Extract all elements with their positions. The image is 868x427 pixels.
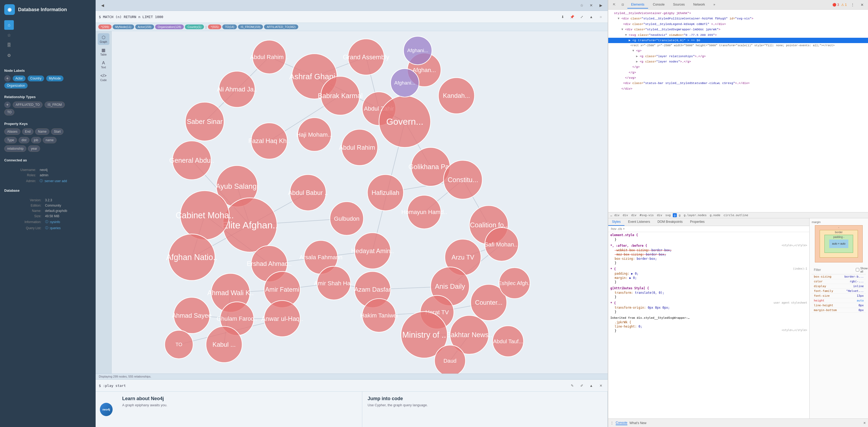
graph-node[interactable]: Eshjlec Afgh.. <box>498 267 531 298</box>
favorite-button[interactable]: ☆ <box>578 2 585 9</box>
admin-value[interactable]: ⓘ :server user add <box>38 178 91 184</box>
console-close-button[interactable]: ✕ <box>863 421 866 425</box>
graph-node[interactable]: Ahmad Sayee <box>172 297 212 334</box>
dom-line-10[interactable]: ▶ <g class="layer nodes">…</g> <box>608 59 868 64</box>
close-button[interactable]: ✕ <box>588 2 595 9</box>
collapse-button[interactable]: ▲ <box>588 13 595 21</box>
tag-affiliated-to[interactable]: AFFILIATED_TO <box>13 102 42 108</box>
close-query-button[interactable]: ○ <box>597 13 604 21</box>
graph-node[interactable]: Hedayat Amin.. <box>351 233 394 269</box>
whats-new-tab[interactable]: What's New <box>629 421 647 425</box>
console-tab[interactable]: Console <box>616 421 627 425</box>
computed-row-font-family[interactable]: font-family "Helvet... <box>812 289 866 293</box>
styles-tab-event-listeners[interactable]: Event Listeners <box>624 218 654 226</box>
show-all-label[interactable]: Show all <box>856 267 868 273</box>
tab-console[interactable]: Console <box>649 1 668 8</box>
tool-graph-button[interactable]: ⬡ Graph <box>98 33 110 45</box>
graph-node[interactable]: Haji Moham... <box>297 118 333 151</box>
dom-line-7[interactable]: <rect x="-2500" y="-2500" width="5000" h… <box>608 43 868 48</box>
badge-to[interactable]: TO(14) <box>222 25 237 29</box>
graph-node[interactable]: Afghani... <box>391 68 419 97</box>
tool-table-button[interactable]: ▦ Table <box>98 46 110 58</box>
computed-row-color[interactable]: color rgb(-... <box>812 279 866 284</box>
badge-affiliated-to[interactable]: AFFILIATED_TO(382) <box>264 25 298 29</box>
graph-node[interactable]: Fazal Haq Kh.. <box>248 123 290 159</box>
up-button[interactable]: ▲ <box>588 382 595 389</box>
graph-node[interactable]: Daud <box>435 345 466 374</box>
computed-filter-input[interactable] <box>814 268 854 272</box>
styles-tab-styles[interactable]: Styles <box>608 218 624 226</box>
graph-svg-container[interactable]: Saber SinarAli Ahmad Ja..Abdul Rahim ..A… <box>112 31 608 374</box>
edit2-button[interactable]: ✐ <box>578 382 585 389</box>
badge-mynode[interactable]: MyNode(11) <box>113 25 134 29</box>
graph-node[interactable]: Kandah... <box>438 78 474 114</box>
tag-aliases[interactable]: Aliases <box>4 129 21 135</box>
add-relationship-type-button[interactable]: + <box>4 102 11 108</box>
styles-filter-input[interactable] <box>610 227 807 231</box>
server-user-add-link[interactable]: ⓘ :server user add <box>39 179 90 183</box>
bottom-query-text[interactable]: $ :play start <box>99 384 568 388</box>
pin-button[interactable]: 📌 <box>568 13 576 21</box>
graph-node[interactable]: Grand Assembly <box>343 39 390 75</box>
dom-line-1[interactable]: styled__StyledVisContainer-gdJgSy jEhAhK… <box>608 11 868 16</box>
sidebar-nav-db[interactable]: 🗄 <box>4 40 14 50</box>
computed-row-margin-bottom[interactable]: margin-bottom 0px <box>812 308 866 313</box>
tag-name2[interactable]: name <box>43 137 57 143</box>
dom-line-9[interactable]: ▶ <g class="layer relationships">…</g> <box>608 54 868 59</box>
graph-visualization[interactable]: Saber SinarAli Ahmad Ja..Abdul Rahim ..A… <box>112 31 608 374</box>
play-button[interactable]: ▶ <box>597 2 604 9</box>
tag-job[interactable]: job <box>31 137 41 143</box>
tag-to[interactable]: TO <box>4 109 14 115</box>
dom-line-12[interactable]: </g> <box>608 70 868 75</box>
expand-button[interactable]: ⤢ <box>578 13 585 21</box>
sidebar-nav-star[interactable]: ☆ <box>4 30 14 40</box>
graph-node[interactable]: Govern... <box>379 96 431 147</box>
edit-button[interactable]: ✎ <box>568 382 576 389</box>
dom-line-15[interactable]: </div> <box>608 86 868 91</box>
breadcrumb-g2[interactable]: g <box>678 213 682 217</box>
queries-link[interactable]: ⓘ :queries <box>45 226 90 230</box>
graph-node[interactable]: Ali Ahmad Ja.. <box>217 71 257 107</box>
tag-relationship[interactable]: relationship <box>4 145 26 152</box>
computed-row-line-height[interactable]: line-height 0px <box>812 303 866 308</box>
graph-node[interactable]: Abdul Babur .. <box>288 175 328 211</box>
tool-code-button[interactable]: </> Code <box>98 72 110 83</box>
badge-organization[interactable]: Organization(128) <box>155 25 184 29</box>
badge-is-from[interactable]: IS_FROM(159) <box>238 25 263 29</box>
tag-end[interactable]: End <box>22 129 33 135</box>
graph-node[interactable]: Abdul Rahim .. <box>250 40 288 74</box>
download-button[interactable]: ⬇ <box>559 13 566 21</box>
graph-node[interactable]: Abdul Rahim .. <box>339 129 380 165</box>
breadcrumb-div3[interactable]: div <box>630 213 638 217</box>
graph-node[interactable]: Afghan Natio.. <box>166 234 218 281</box>
tag-year[interactable]: year <box>28 145 40 152</box>
tag-is-from[interactable]: IS_FROM <box>44 102 65 108</box>
tab-more[interactable]: » <box>710 1 719 8</box>
dom-line-11[interactable]: </g> <box>608 64 868 70</box>
devtools-undock-button[interactable]: ⇱ <box>610 1 618 8</box>
graph-node[interactable]: TO <box>165 330 193 359</box>
back-button[interactable]: ◀ <box>99 2 106 9</box>
graph-node[interactable]: Kabul ... <box>206 326 242 363</box>
breadcrumb-svg-vis[interactable]: #svg-vis <box>639 213 655 217</box>
sidebar-nav-home[interactable]: ⌂ <box>4 20 14 30</box>
nodes-layer[interactable]: Saber SinarAli Ahmad Ja..Abdul Rahim ..A… <box>165 36 531 374</box>
information-value[interactable]: ⓘ :sysinfo <box>44 219 91 225</box>
tab-network[interactable]: Network <box>689 1 709 8</box>
graph-node[interactable]: Gulbudon <box>330 202 363 235</box>
styles-tab-properties[interactable]: Properties <box>686 218 708 226</box>
query-text[interactable]: $ MATCH (n) RETURN n LIMIT 1000 <box>99 15 559 19</box>
add-node-label-button[interactable]: + <box>4 75 11 82</box>
tag-dist[interactable]: dist <box>19 137 29 143</box>
devtools-dock-button[interactable]: ⊡ <box>619 1 626 8</box>
tag-start[interactable]: Start <box>51 129 63 135</box>
tag-organization[interactable]: Organization <box>4 83 28 89</box>
close-bottom-button[interactable]: ✕ <box>597 382 604 389</box>
dom-line-4[interactable]: ▼ <div class="styled__StyledSvgWrapper-l… <box>608 27 868 32</box>
computed-row-height[interactable]: height auto <box>812 298 866 303</box>
breadcrumb-g[interactable]: g <box>673 213 677 217</box>
tag-actor[interactable]: Actor <box>13 76 26 81</box>
graph-node[interactable]: Homayun Hamd.. <box>401 195 447 229</box>
dom-line-14[interactable]: <div class="status-bar styled__StyledSta… <box>608 81 868 86</box>
badge-all-rels[interactable]: *(555) <box>208 25 221 29</box>
